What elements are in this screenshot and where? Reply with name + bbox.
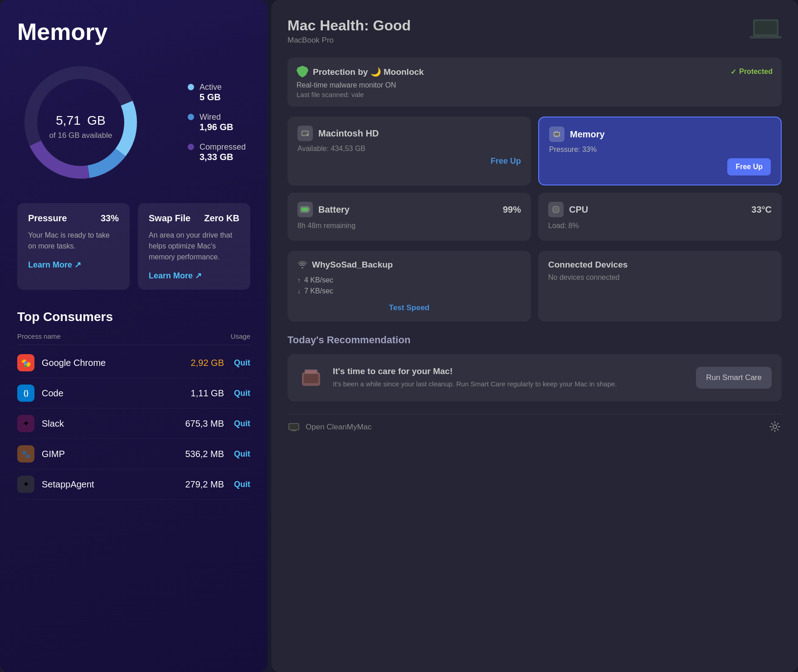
setapp-icon: ✦ (17, 476, 34, 493)
pressure-learn-more[interactable]: Learn More ↗ (28, 260, 119, 270)
swap-card-header: Swap File Zero KB (149, 213, 239, 224)
gimp-name: GIMP (42, 449, 183, 459)
svg-rect-23 (554, 208, 558, 211)
pressure-value: 33% (101, 213, 119, 224)
donut-legend: Active 5 GB Wired 1,96 GB Compressed 3,3… (188, 83, 246, 162)
disk-free-up-button[interactable]: Free Up (297, 156, 521, 166)
svg-line-49 (777, 429, 778, 430)
download-speed: ↓ 7 KB/sec (297, 287, 521, 295)
code-quit-button[interactable]: Quit (234, 389, 250, 398)
active-dot (188, 84, 194, 90)
table-row: ✦ Slack 675,3 MB Quit (17, 409, 250, 439)
compressed-label: Compressed (200, 142, 246, 152)
protection-last-scan: Last file scanned: vale (297, 91, 773, 98)
protection-status-label: Protected (739, 68, 773, 76)
chrome-name: Google Chrome (42, 358, 183, 368)
rec-card-title: It's time to care for your Mac! (333, 366, 688, 376)
battery-percent: 99% (503, 205, 521, 215)
swap-title: Swap File (149, 213, 190, 224)
pressure-title: Pressure (28, 213, 67, 224)
wifi-icon (297, 261, 307, 269)
table-row: Google Chrome 2,92 GB Quit (17, 348, 250, 378)
cpu-icon (548, 202, 564, 217)
setapp-usage: 279,2 MB (183, 479, 224, 490)
wired-dot (188, 114, 194, 120)
battery-tile: Battery 99% 8h 48m remaining (287, 193, 531, 241)
bottom-bar: Open CleanMyMac (287, 414, 782, 433)
rec-card-desc: It's been a while since your last cleanu… (333, 379, 688, 390)
disk-icon (297, 126, 313, 141)
protection-header: Protection by 🌙 Moonlock ✓ Protected (297, 66, 773, 78)
mac-health-header: Mac Health: Good MacBook Pro (287, 17, 782, 45)
cpu-tile: CPU 33°C Load: 8% (538, 193, 782, 241)
svg-rect-21 (302, 208, 308, 212)
cleanmymac-icon (287, 422, 300, 432)
macbook-icon (750, 17, 782, 42)
table-row: 🐾 GIMP 536,2 MB Quit (17, 439, 250, 469)
protection-row: Protection by 🌙 Moonlock ✓ Protected Rea… (287, 58, 782, 107)
bottom-bar-left: Open CleanMyMac (287, 422, 372, 432)
legend-compressed: Compressed 3,33 GB (188, 142, 246, 162)
donut-section: 5,71 GB of 16 GB available Active 5 GB W… (17, 59, 250, 186)
status-grid: Macintosh HD Available: 434,53 GB Free U… (287, 117, 782, 241)
slack-name: Slack (42, 419, 183, 429)
upload-value: 4 KB/sec (304, 276, 333, 284)
disk-tile: Macintosh HD Available: 434,53 GB Free U… (287, 117, 531, 185)
info-cards: Pressure 33% Your Mac is ready to take o… (17, 203, 250, 290)
svg-rect-42 (291, 430, 297, 431)
gimp-usage: 536,2 MB (183, 449, 224, 459)
no-devices-text: No devices connected (548, 273, 772, 282)
memory-free-up-button[interactable]: Free Up (727, 158, 771, 175)
svg-rect-17 (555, 136, 556, 137)
chrome-usage: 2,92 GB (183, 358, 224, 368)
chrome-quit-button[interactable]: Quit (234, 358, 250, 368)
wifi-title: WhySoSad_Backup (297, 260, 521, 270)
donut-center: 5,71 GB of 16 GB available (49, 105, 112, 140)
active-value: 5 GB (200, 92, 222, 102)
cpu-tile-header: CPU (548, 202, 588, 217)
protection-status: ✓ Protected (730, 68, 773, 76)
protection-left: Protection by 🌙 Moonlock (297, 66, 424, 78)
connected-devices-tile: Connected Devices No devices connected (538, 251, 782, 321)
active-label: Active (200, 83, 222, 92)
slack-usage: 675,3 MB (183, 419, 224, 429)
disk-tile-title: Macintosh HD (318, 128, 379, 139)
shield-icon (297, 66, 308, 78)
compressed-dot (188, 144, 194, 150)
rec-content: It's time to care for your Mac! It's bee… (333, 366, 688, 390)
gimp-quit-button[interactable]: Quit (234, 449, 250, 459)
test-speed-button[interactable]: Test Speed (297, 303, 521, 312)
table-row: ⟨⟩ Code 1,11 GB Quit (17, 378, 250, 409)
wired-label: Wired (200, 112, 233, 122)
memory-tile-title: Memory (570, 129, 605, 140)
rec-icon (297, 364, 325, 391)
compressed-value: 3,33 GB (200, 152, 246, 162)
swap-learn-more[interactable]: Learn More ↗ (149, 271, 239, 281)
run-smart-care-button[interactable]: Run Smart Care (696, 367, 772, 389)
left-panel: Memory 5,71 GB of 16 GB available (0, 0, 268, 672)
donut-unit: GB (87, 113, 105, 127)
svg-point-36 (302, 267, 303, 268)
open-cleanmymac-label[interactable]: Open CleanMyMac (306, 423, 372, 432)
svg-rect-18 (557, 136, 558, 137)
disk-tile-header: Macintosh HD (297, 126, 521, 141)
table-row: ✦ SetappAgent 279,2 MB Quit (17, 469, 250, 500)
svg-line-48 (772, 424, 773, 424)
code-usage: 1,11 GB (183, 388, 224, 399)
svg-line-50 (777, 424, 778, 424)
setapp-quit-button[interactable]: Quit (234, 480, 250, 489)
gear-icon[interactable] (769, 421, 782, 433)
memory-tile-header: Memory (549, 127, 771, 142)
battery-tile-header: Battery (297, 202, 350, 217)
setapp-name: SetappAgent (42, 479, 183, 490)
slack-quit-button[interactable]: Quit (234, 419, 250, 429)
svg-line-51 (772, 429, 773, 430)
usage-col-header: Usage (231, 332, 250, 340)
memory-tile-sub: Pressure: 33% (549, 146, 771, 154)
code-name: Code (42, 388, 183, 399)
health-subtitle: MacBook Pro (287, 36, 411, 45)
download-value: 7 KB/sec (304, 287, 333, 295)
pressure-desc: Your Mac is ready to take on more tasks. (28, 230, 119, 252)
svg-point-43 (773, 425, 777, 429)
donut-chart: 5,71 GB of 16 GB available (17, 59, 144, 186)
